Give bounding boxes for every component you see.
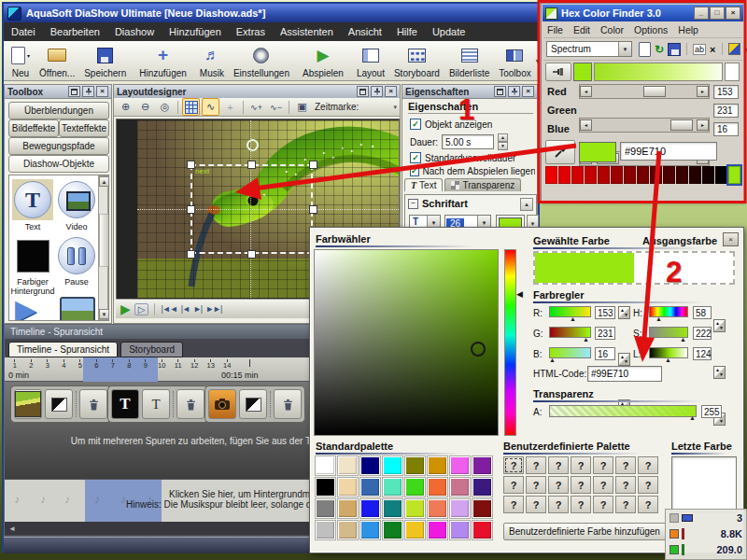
spectrum-swatch[interactable] bbox=[663, 166, 675, 184]
category-bewegungspfade[interactable]: Bewegungspfade bbox=[8, 137, 109, 155]
duration-input[interactable]: 5.00 s bbox=[442, 134, 494, 149]
toolbox-item-play-object[interactable]: ▶ bbox=[15, 293, 36, 321]
zoom-in-icon[interactable]: ⊕ bbox=[117, 98, 134, 116]
spectrum-gradient-bar[interactable] bbox=[594, 63, 723, 81]
custom-palette-cell[interactable]: ? bbox=[638, 496, 658, 513]
storyboard-button[interactable]: Storyboard bbox=[389, 43, 444, 79]
duration-stepper[interactable]: ▲▼ bbox=[498, 133, 508, 150]
effect-button[interactable] bbox=[45, 389, 73, 419]
new-dropdown-caret[interactable]: ▾ bbox=[27, 52, 30, 59]
spectrum-swatch[interactable] bbox=[558, 166, 571, 184]
palette-swatch[interactable] bbox=[405, 521, 425, 539]
resize-handle[interactable] bbox=[187, 205, 195, 214]
category-ueberblendungen[interactable]: Überblendungen bbox=[8, 102, 109, 119]
palette-swatch[interactable] bbox=[338, 456, 358, 475]
slider-left-arrow[interactable]: ◄ bbox=[580, 119, 592, 131]
r-slider-marker[interactable]: ▲ bbox=[570, 315, 576, 322]
save-icon[interactable] bbox=[668, 43, 681, 56]
pin-window-button[interactable] bbox=[545, 63, 571, 81]
panel-minimize-button[interactable] bbox=[357, 86, 369, 97]
panel-close-button[interactable]: × bbox=[385, 86, 397, 97]
move-anchor-button[interactable]: + bbox=[221, 98, 239, 116]
slider-left-arrow[interactable]: ◄ bbox=[580, 86, 592, 97]
menu-item[interactable]: Diashow bbox=[107, 26, 162, 37]
toolbar-overflow-chevron[interactable]: ▾ bbox=[536, 57, 540, 65]
menu-item[interactable]: Assistenten bbox=[273, 26, 341, 37]
custom-palette-cell[interactable]: ? bbox=[571, 456, 591, 474]
palette-swatch[interactable] bbox=[450, 456, 470, 475]
toolbox-item-pause[interactable] bbox=[56, 235, 97, 276]
effect-button[interactable] bbox=[239, 389, 267, 419]
green-slider-thumb[interactable] bbox=[670, 119, 693, 131]
custom-palette-cell[interactable]: ? bbox=[638, 476, 658, 494]
text-clip-thumbnail[interactable]: T bbox=[111, 389, 139, 419]
spectrum-swatch[interactable] bbox=[624, 166, 636, 184]
menu-item[interactable]: Ansicht bbox=[341, 26, 389, 37]
hex-titlebar[interactable]: Hex Color Finder 3.0 _ □ × bbox=[543, 5, 743, 21]
hex-menu-item[interactable]: Options bbox=[634, 24, 668, 35]
custom-palette-cell[interactable]: ? bbox=[548, 456, 569, 474]
palette-swatch[interactable] bbox=[316, 478, 335, 497]
panel-close-button[interactable]: × bbox=[522, 86, 534, 97]
dialog-close-button[interactable]: × bbox=[723, 232, 739, 246]
palette-swatch[interactable] bbox=[428, 456, 447, 475]
track-item-text[interactable]: T T bbox=[107, 385, 208, 423]
palette-swatch[interactable] bbox=[428, 499, 447, 518]
dropdown-arrow-icon[interactable]: ▼ bbox=[618, 42, 631, 56]
palette-swatch[interactable] bbox=[338, 521, 358, 539]
menu-item[interactable]: Update bbox=[425, 26, 472, 37]
new-color-icon[interactable] bbox=[728, 43, 740, 55]
red-slider-thumb[interactable] bbox=[643, 86, 666, 97]
spectrum-swatch[interactable] bbox=[676, 166, 688, 184]
html-code-input[interactable] bbox=[587, 366, 662, 382]
new-spectrum-icon[interactable] bbox=[639, 42, 651, 57]
palette-swatch[interactable] bbox=[405, 499, 425, 518]
spectrum-swatch-strip[interactable] bbox=[545, 166, 740, 184]
blue-value[interactable]: 16 bbox=[713, 122, 739, 136]
palette-swatch[interactable] bbox=[338, 478, 358, 497]
hex-menu-item[interactable]: Help bbox=[678, 24, 698, 35]
toolbox-scrollbar[interactable]: ▲ ▼ bbox=[98, 175, 108, 320]
custom-palette-cell[interactable]: ? bbox=[548, 496, 569, 513]
tab-storyboard[interactable]: Storyboard bbox=[120, 342, 183, 357]
palette-swatch[interactable] bbox=[428, 478, 447, 497]
custom-palette-cell[interactable]: ? bbox=[593, 456, 613, 474]
rename-icon[interactable]: ab bbox=[693, 44, 706, 55]
palette-swatch[interactable] bbox=[360, 499, 380, 518]
alpha-slider[interactable] bbox=[549, 405, 697, 417]
b-slider-marker[interactable]: ▲ bbox=[549, 357, 556, 363]
g-value[interactable]: 231 bbox=[595, 327, 615, 340]
s-value[interactable]: 222 bbox=[693, 327, 712, 340]
menu-item[interactable]: Datei bbox=[4, 26, 43, 37]
scroll-up-button[interactable]: ▲ bbox=[520, 198, 533, 211]
text-object-content[interactable]: next bbox=[195, 167, 209, 175]
step-forward-button[interactable]: ►| bbox=[193, 304, 202, 314]
palette-swatch[interactable] bbox=[360, 456, 380, 475]
palette-swatch[interactable] bbox=[472, 521, 492, 539]
custom-palette-cell[interactable]: ? bbox=[615, 496, 636, 513]
default-duration-checkbox[interactable]: ✓ bbox=[410, 152, 421, 163]
green-value[interactable]: 231 bbox=[713, 104, 739, 118]
palette-swatch[interactable] bbox=[383, 456, 402, 475]
custom-palette-cell[interactable]: ? bbox=[571, 476, 591, 494]
menu-item[interactable]: Extras bbox=[229, 26, 273, 37]
image-clip-thumbnail[interactable] bbox=[14, 389, 42, 419]
custom-palette-cell[interactable]: ? bbox=[503, 456, 524, 474]
step-back-button[interactable]: |◄ bbox=[181, 304, 190, 314]
spectrum-swatch[interactable] bbox=[637, 166, 649, 184]
h-value[interactable]: 58 bbox=[693, 306, 712, 319]
custom-palette-cell[interactable]: ? bbox=[526, 476, 546, 494]
scroll-up-button[interactable]: ▲ bbox=[99, 176, 109, 187]
spectrum-swatch[interactable] bbox=[598, 166, 610, 184]
spectrum-swatch[interactable] bbox=[715, 166, 727, 184]
custom-palette-cell[interactable]: ? bbox=[615, 476, 636, 494]
skip-end-button[interactable]: ►►| bbox=[205, 304, 221, 314]
camera-clip-thumbnail[interactable] bbox=[208, 389, 236, 419]
h-slider-marker[interactable]: ▲ bbox=[655, 315, 662, 322]
palette-swatch[interactable] bbox=[316, 456, 335, 475]
red-value[interactable]: 153 bbox=[713, 85, 739, 99]
palette-swatch[interactable] bbox=[360, 521, 380, 539]
red-slider[interactable]: ◄ ► bbox=[579, 84, 710, 99]
toolbox-item-farbiger-hintergrund[interactable] bbox=[12, 235, 53, 276]
palette-swatch[interactable] bbox=[450, 478, 470, 497]
